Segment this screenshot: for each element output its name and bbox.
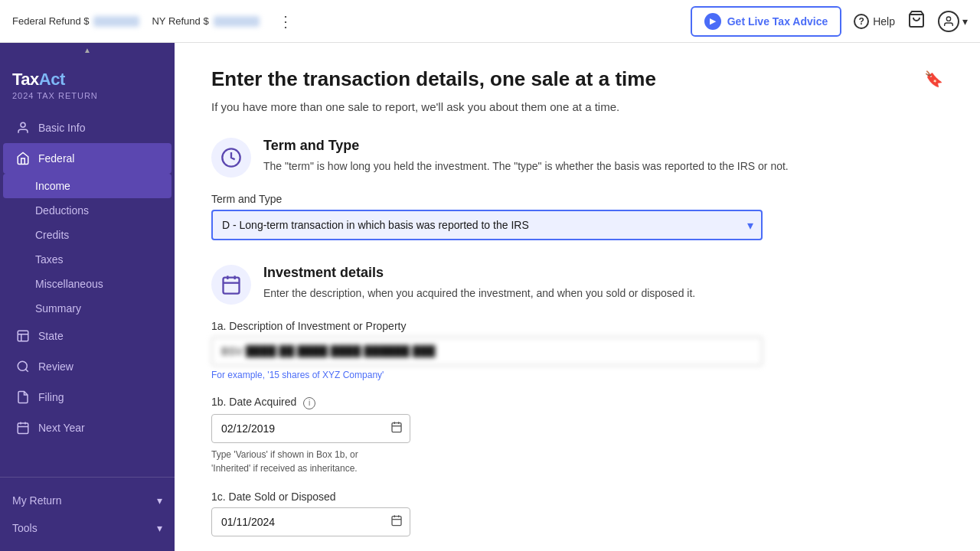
help-label: Help <box>873 15 895 28</box>
date-acquired-label: 1b. Date Acquired i <box>211 396 943 409</box>
federal-refund-value <box>93 16 139 27</box>
sidebar-nav: Basic Info Federal Income Deductions Cre… <box>0 103 175 477</box>
basic-info-icon <box>15 120 31 135</box>
brand: TaxAct 2024 TAX RETURN <box>0 57 175 103</box>
date-acquired-input[interactable] <box>211 414 410 443</box>
svg-point-2 <box>21 122 25 127</box>
sidebar-item-label: Next Year <box>38 422 85 434</box>
svg-rect-22 <box>392 422 401 432</box>
next-year-icon <box>15 420 31 435</box>
live-tax-button[interactable]: ▶ Get Live Tax Advice <box>691 6 842 37</box>
section-header: Investment details Enter the description… <box>211 265 943 305</box>
svg-rect-8 <box>18 423 28 434</box>
refund-info: Federal Refund $ NY Refund $ ⋮ <box>12 9 678 34</box>
federal-refund-label: Federal Refund $ <box>12 15 89 27</box>
term-type-icon <box>211 138 251 178</box>
topbar-actions: ▶ Get Live Tax Advice ? Help ▾ <box>691 6 968 37</box>
section-desc: Enter the description, when you acquired… <box>263 285 695 302</box>
user-avatar-icon <box>938 11 959 32</box>
svg-rect-3 <box>18 331 28 341</box>
sub-item-label: Summary <box>35 302 81 315</box>
calendar-icon[interactable] <box>390 514 403 530</box>
term-type-select-wrapper: D - Long-term transaction in which basis… <box>211 210 763 240</box>
sidebar-sub-credits[interactable]: Credits <box>0 223 175 247</box>
sidebar-item-federal[interactable]: Federal <box>3 143 172 174</box>
live-tax-icon: ▶ <box>704 13 721 30</box>
section-title: Term and Type <box>263 138 789 154</box>
svg-point-6 <box>18 361 27 370</box>
svg-rect-26 <box>392 516 401 525</box>
date-acquired-group: 1b. Date Acquired i Type 'Various' if sh… <box>211 396 943 475</box>
sidebar-sub-deductions[interactable]: Deductions <box>0 198 175 223</box>
federal-refund: Federal Refund $ <box>12 15 139 27</box>
cart-button[interactable] <box>907 10 926 32</box>
date-acquired-info-icon[interactable]: i <box>303 397 315 409</box>
sidebar-item-filing[interactable]: Filing <box>3 382 172 412</box>
federal-icon <box>15 151 31 166</box>
sidebar-bottom: My Return ▾ Tools ▾ <box>0 477 175 551</box>
main-layout: ▲ TaxAct 2024 TAX RETURN Basic Info <box>0 43 980 551</box>
topbar: Federal Refund $ NY Refund $ ⋮ ▶ Get Liv… <box>0 0 980 43</box>
sidebar-sub-taxes[interactable]: Taxes <box>0 247 175 272</box>
live-tax-label: Get Live Tax Advice <box>727 15 828 28</box>
sidebar-sub-income[interactable]: Income <box>3 174 172 198</box>
calendar-icon[interactable] <box>390 421 403 436</box>
main-content: Enter the transaction details, one sale … <box>175 43 980 551</box>
svg-point-1 <box>946 17 950 21</box>
description-group: 1a. Description of Investment or Propert… <box>211 320 943 380</box>
help-icon: ? <box>854 14 869 29</box>
date-sold-group: 1c. Date Sold or Disposed <box>211 491 943 536</box>
sidebar-item-label: Filing <box>38 391 64 403</box>
tools-chevron: ▾ <box>157 522 162 534</box>
description-hint: For example, '15 shares of XYZ Company' <box>211 370 943 380</box>
review-icon <box>15 359 31 374</box>
sub-item-label: Deductions <box>35 204 89 217</box>
section-investment-details: Investment details Enter the description… <box>211 265 943 536</box>
sidebar-item-next-year[interactable]: Next Year <box>3 412 172 443</box>
user-menu-button[interactable]: ▾ <box>938 11 968 32</box>
sidebar-item-label: State <box>38 330 64 342</box>
tools-button[interactable]: Tools ▾ <box>0 514 175 542</box>
sidebar-item-label: Review <box>38 360 74 373</box>
bookmark-icon[interactable]: 🔖 <box>924 70 943 88</box>
term-type-label: Term and Type <box>211 193 943 205</box>
ny-refund-label: NY Refund $ <box>152 15 208 27</box>
term-type-group: Term and Type D - Long-term transaction … <box>211 193 943 240</box>
date-sold-wrapper <box>211 507 410 536</box>
sidebar-item-review[interactable]: Review <box>3 351 172 382</box>
section-desc: The "term" is how long you held the inve… <box>263 158 789 174</box>
description-label: 1a. Description of Investment or Propert… <box>211 320 943 332</box>
sidebar-item-basic-info[interactable]: Basic Info <box>3 112 172 143</box>
date-acquired-wrapper <box>211 414 410 443</box>
scroll-indicator: ▲ <box>0 43 175 57</box>
term-type-select[interactable]: D - Long-term transaction in which basis… <box>211 210 763 240</box>
more-options-button[interactable]: ⋮ <box>272 9 299 34</box>
section-term-type: Term and Type The "term" is how long you… <box>211 138 943 240</box>
sidebar-sub-summary[interactable]: Summary <box>0 296 175 321</box>
ny-refund-value <box>214 16 260 27</box>
sidebar-item-state[interactable]: State <box>3 321 172 351</box>
section-title: Investment details <box>263 265 695 281</box>
date-acquired-note: Type 'Various' if shown in Box 1b, or'In… <box>211 448 943 475</box>
sidebar: ▲ TaxAct 2024 TAX RETURN Basic Info <box>0 43 175 551</box>
section-header: Term and Type The "term" is how long you… <box>211 138 943 178</box>
help-button[interactable]: ? Help <box>854 14 895 29</box>
sub-item-label: Income <box>35 180 70 192</box>
brand-logo: TaxAct <box>12 70 162 90</box>
sub-item-label: Taxes <box>35 253 64 266</box>
my-return-button[interactable]: My Return ▾ <box>0 487 175 514</box>
svg-rect-13 <box>224 278 240 294</box>
sub-item-label: Credits <box>35 229 69 241</box>
page-subtitle: If you have more than one sale to report… <box>211 100 943 113</box>
description-input[interactable] <box>211 337 763 366</box>
investment-details-icon <box>211 265 251 305</box>
ny-refund: NY Refund $ <box>152 15 259 27</box>
date-sold-label: 1c. Date Sold or Disposed <box>211 491 943 503</box>
sub-item-label: Miscellaneous <box>35 278 103 290</box>
user-chevron-icon: ▾ <box>962 15 968 28</box>
page-title: Enter the transaction details, one sale … <box>211 67 943 91</box>
state-icon <box>15 328 31 344</box>
sidebar-sub-miscellaneous[interactable]: Miscellaneous <box>0 272 175 296</box>
my-return-label: My Return <box>12 494 62 507</box>
date-sold-input[interactable] <box>211 507 410 536</box>
